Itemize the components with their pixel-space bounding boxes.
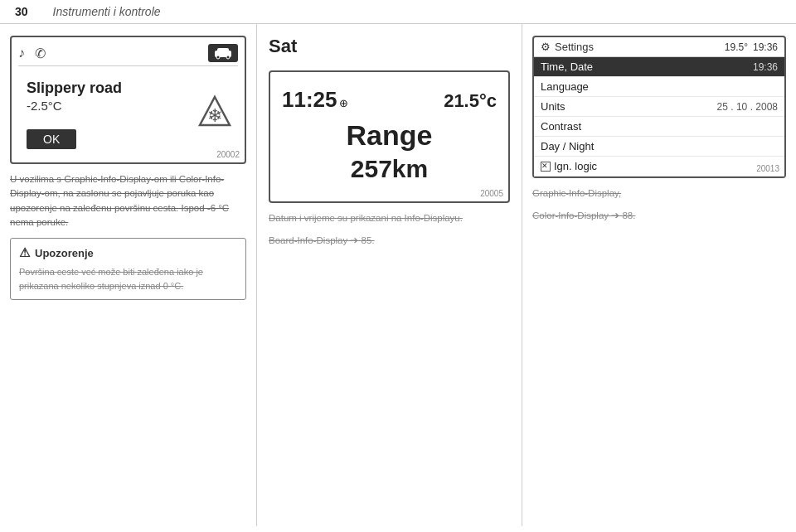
settings-menu-item[interactable]: Language <box>534 77 784 97</box>
middle-column: Sat 11:25 ⊕ 21.5°c Range 257km 20005 Dat… <box>257 24 522 526</box>
menu-item-checkbox-row: Ign. logic <box>541 160 597 172</box>
menu-item-label-2: Units <box>541 100 565 113</box>
svg-point-3 <box>226 56 230 59</box>
menu-item-label-1: Language <box>541 80 589 93</box>
svg-rect-1 <box>217 48 229 53</box>
screen-range: Range <box>282 119 497 152</box>
settings-icon-label: ⚙ Settings <box>541 41 594 53</box>
info-screen-row1: 11:25 ⊕ 21.5°c <box>282 87 497 113</box>
middle-description2: Board-Info-Display ➔ 85. <box>269 234 510 248</box>
screen-temperature: 21.5°c <box>444 90 497 112</box>
content-area: ♪ ✆ Slippery road -2.5°C OK <box>0 24 796 526</box>
image-number-middle: 20005 <box>480 189 503 198</box>
image-number-left: 20002 <box>216 150 240 159</box>
svg-text:❄: ❄ <box>207 105 222 126</box>
menu-item-val-0: 19:36 <box>753 61 778 73</box>
left-screen: ♪ ✆ Slippery road -2.5°C OK <box>10 36 246 164</box>
menu-item-label-5: Ign. logic <box>554 160 597 172</box>
image-number-right: 20013 <box>756 164 779 173</box>
chapter-title: Instrumenti i kontrole <box>53 5 161 18</box>
right-description2: Color-Info-Display ➔ 88. <box>532 209 786 223</box>
menu-item-val-2: 25 . 10 . 2008 <box>717 101 778 113</box>
right-description1: Graphic-Info-Display, <box>532 186 786 201</box>
settings-temp: 19.5° <box>725 41 748 53</box>
music-icon: ♪ <box>18 46 25 60</box>
settings-top-bar: ⚙ Settings 19.5° 19:36 <box>534 37 784 57</box>
settings-menu-item[interactable]: Ign. logic <box>534 157 784 177</box>
menu-item-label-3: Contrast <box>541 120 581 133</box>
settings-label: Settings <box>555 41 594 53</box>
section-heading: Sat <box>269 36 510 57</box>
page-header: 30 Instrumenti i kontrole <box>0 0 796 24</box>
left-description: U vozilima s Graphic-Info-Display-om ili… <box>10 172 246 230</box>
settings-screen: ⚙ Settings 19.5° 19:36 Time, Date 19:36 … <box>532 36 786 178</box>
page-number: 30 <box>15 5 28 18</box>
screen-time: 11:25 <box>282 87 337 113</box>
screen-km: 257km <box>282 155 497 183</box>
warning-triangle-icon: ⚠ <box>19 245 30 260</box>
snowflake-warning-icon: ❄ <box>197 94 233 138</box>
warning-box: ⚠ Upozorenje Površina ceste već može bit… <box>10 238 246 300</box>
settings-menu-item[interactable]: Time, Date 19:36 <box>534 57 784 77</box>
phone-icon: ✆ <box>35 46 46 61</box>
right-column: ⚙ Settings 19.5° 19:36 Time, Date 19:36 … <box>522 24 796 526</box>
settings-menu-item[interactable]: Contrast <box>534 117 784 137</box>
checkbox-icon <box>541 162 551 172</box>
menu-item-label-0: Time, Date <box>541 60 593 73</box>
menu-item-label-4: Day / Night <box>541 140 594 152</box>
info-screen: 11:25 ⊕ 21.5°c Range 257km 20005 <box>269 70 510 203</box>
warning-body: Površina ceste već može biti zaleđena ia… <box>19 265 237 293</box>
settings-menu-item[interactable]: Day / Night <box>534 137 784 157</box>
ok-button[interactable]: OK <box>27 129 76 149</box>
car-icon <box>208 44 238 62</box>
left-column: ♪ ✆ Slippery road -2.5°C OK <box>0 24 257 526</box>
settings-menu-item[interactable]: Units 25 . 10 . 2008 <box>534 97 784 117</box>
screen-top-bar: ♪ ✆ <box>18 44 238 66</box>
settings-header-info: 19.5° 19:36 <box>725 41 778 53</box>
settings-time: 19:36 <box>753 41 778 53</box>
middle-description1: Datum i vrijeme su prikazani na Info-Dis… <box>269 211 510 225</box>
settings-gear-icon: ⚙ <box>541 41 551 53</box>
warning-title: ⚠ Upozorenje <box>19 245 237 260</box>
screen-time-sub: ⊕ <box>339 97 348 109</box>
svg-point-2 <box>216 56 220 59</box>
